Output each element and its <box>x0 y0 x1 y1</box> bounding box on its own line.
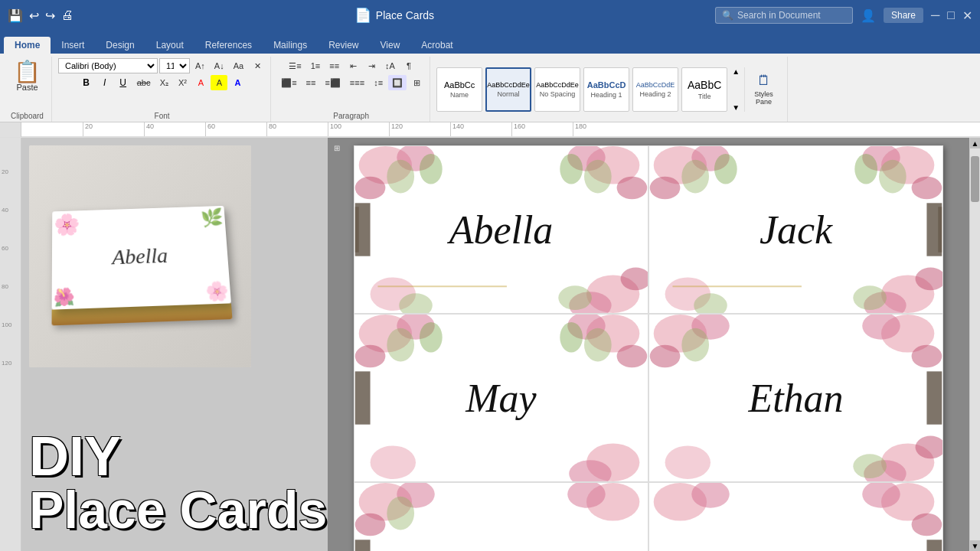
tab-mailings[interactable]: Mailings <box>263 37 318 54</box>
grow-font-button[interactable]: A↑ <box>191 58 209 73</box>
text-effect-button[interactable]: A <box>229 75 246 90</box>
font-selector[interactable]: Calibri (Body) Arial Times New Roman <box>58 58 158 73</box>
place-card-6[interactable]: ... <box>648 482 943 551</box>
card-name-ethan: Ethan <box>748 376 843 421</box>
borders-button[interactable]: ⊞ <box>408 75 425 90</box>
svg-point-76 <box>912 514 942 536</box>
tab-design[interactable]: Design <box>95 37 145 54</box>
svg-point-6 <box>567 146 606 171</box>
document-area[interactable]: ⊞ <box>328 138 969 551</box>
clear-format-button[interactable]: ✕ <box>249 58 266 73</box>
title-bar-center: 📄 Place Cards <box>354 7 434 24</box>
card-name-jack: Jack <box>760 207 832 253</box>
increase-indent-button[interactable]: ⇥ <box>363 58 380 73</box>
font-color-button[interactable]: A <box>192 75 209 90</box>
align-center-button[interactable]: ≡≡ <box>302 75 320 90</box>
shrink-font-button[interactable]: A↓ <box>211 58 228 73</box>
svg-point-41 <box>387 328 414 362</box>
line-spacing-button[interactable]: ↕≡ <box>370 75 387 90</box>
search-box[interactable]: 🔍 Search in Document <box>715 7 853 24</box>
styles-scroll[interactable]: ▲ ▼ <box>730 67 741 112</box>
subscript-button[interactable]: X₂ <box>155 75 172 90</box>
sort-button[interactable]: ↕A <box>381 58 399 73</box>
svg-point-11 <box>569 292 611 313</box>
page-expand-icon[interactable]: ⊞ <box>334 144 340 152</box>
quick-access-save[interactable]: 💾 <box>8 8 23 23</box>
user-avatar[interactable]: 👤 <box>861 8 876 23</box>
scroll-thumb[interactable] <box>971 156 979 202</box>
horizontal-ruler: 20 40 60 80 100 120 140 160 180 <box>21 122 980 137</box>
svg-point-59 <box>881 443 934 481</box>
align-left-button[interactable]: ⬛≡ <box>277 75 300 90</box>
multilevel-button[interactable]: ≡≡ <box>325 58 343 73</box>
style-heading2[interactable]: AaBbCcDdE Heading 2 <box>632 67 678 112</box>
close-button[interactable]: ✕ <box>962 8 972 23</box>
styles-pane-button[interactable]: 🗒 StylesPane <box>744 67 782 112</box>
style-normal[interactable]: AaBbCcDdEe Normal <box>485 67 531 112</box>
tab-review[interactable]: Review <box>318 37 369 54</box>
svg-point-2 <box>355 177 386 200</box>
styles-more-icon[interactable]: ▼ <box>732 103 740 112</box>
svg-point-39 <box>397 315 435 340</box>
card-floral-5 <box>354 483 648 551</box>
tab-references[interactable]: References <box>194 37 263 54</box>
place-card-ethan[interactable]: Ethan <box>648 314 943 482</box>
ruler-v-100: 100 <box>2 321 11 328</box>
tab-acrobat[interactable]: Acrobat <box>410 37 463 54</box>
minimize-button[interactable]: ─ <box>931 8 939 22</box>
quick-access-print[interactable]: 🖨 <box>61 8 74 22</box>
svg-rect-77 <box>926 540 942 551</box>
card-name-may: May <box>466 376 536 421</box>
quick-access-redo[interactable]: ↪ <box>45 8 55 23</box>
style-heading1[interactable]: AaBbCcD Heading 1 <box>583 67 629 112</box>
style-title[interactable]: AaBbC Title <box>681 67 727 112</box>
tab-view[interactable]: View <box>370 37 411 54</box>
highlight-button[interactable]: A <box>211 75 227 90</box>
style-name[interactable]: AaBbCc Name <box>436 67 482 112</box>
strikethrough-button[interactable]: abc <box>133 75 155 90</box>
styles-up-icon[interactable]: ▲ <box>732 67 740 76</box>
ruler-mark-180: 180 <box>573 122 586 136</box>
superscript-button[interactable]: X² <box>174 75 191 90</box>
svg-point-44 <box>567 315 606 340</box>
vertical-scrollbar[interactable]: ▲ ▼ <box>969 138 980 551</box>
change-case-button[interactable]: Aa <box>230 58 247 73</box>
scroll-down-button[interactable]: ▼ <box>970 540 980 551</box>
italic-button[interactable]: I <box>96 75 113 90</box>
bold-button[interactable]: B <box>78 75 95 90</box>
svg-point-5 <box>586 146 639 184</box>
svg-point-12 <box>621 268 648 291</box>
font-size-selector[interactable]: 11 12 14 16 <box>159 58 190 73</box>
svg-point-72 <box>654 483 707 521</box>
place-card-may[interactable]: May <box>354 314 648 482</box>
ruler-area: 20 40 60 80 100 120 140 160 180 <box>0 122 980 138</box>
align-right-button[interactable]: ≡⬛ <box>321 75 344 90</box>
svg-point-28 <box>854 154 877 184</box>
numbering-button[interactable]: 1≡ <box>307 58 325 73</box>
place-card-5[interactable]: ... <box>354 482 648 551</box>
shading-button[interactable]: 🔲 <box>388 75 407 90</box>
show-formatting-button[interactable]: ¶ <box>400 58 417 73</box>
tab-home[interactable]: Home <box>4 37 51 54</box>
styles-panel: AaBbCc Name AaBbCcDdEe Normal AaBbCcDdEe… <box>432 57 788 122</box>
style-no-spacing[interactable]: AaBbCcDdEe No Spacing <box>534 67 580 112</box>
main-area: 20 40 60 80 100 120 🌸 🌿 🌺 🌸 Abella <box>0 138 980 551</box>
svg-point-52 <box>654 315 707 353</box>
decrease-indent-button[interactable]: ⇤ <box>345 58 361 73</box>
share-button[interactable]: Share <box>884 8 923 23</box>
scroll-up-button[interactable]: ▲ <box>970 138 980 148</box>
diy-overlay-text: DIY Place Cards <box>29 429 328 536</box>
tab-layout[interactable]: Layout <box>145 37 194 54</box>
bullets-button[interactable]: ☰≡ <box>285 58 305 73</box>
place-card-jack[interactable]: Jack <box>648 145 943 314</box>
paste-button[interactable]: 📋 Paste <box>8 58 47 95</box>
place-card-abella[interactable]: Abella <box>354 145 648 314</box>
justify-button[interactable]: ≡≡≡ <box>346 75 368 90</box>
styles-pane-label: StylesPane <box>754 90 773 106</box>
svg-point-61 <box>916 436 942 459</box>
ribbon-group-font: Calibri (Body) Arial Times New Roman 11 … <box>54 57 271 122</box>
maximize-button[interactable]: □ <box>947 8 955 22</box>
quick-access-undo[interactable]: ↩ <box>29 8 39 23</box>
tab-insert[interactable]: Insert <box>51 37 95 54</box>
underline-button[interactable]: U <box>115 75 132 90</box>
